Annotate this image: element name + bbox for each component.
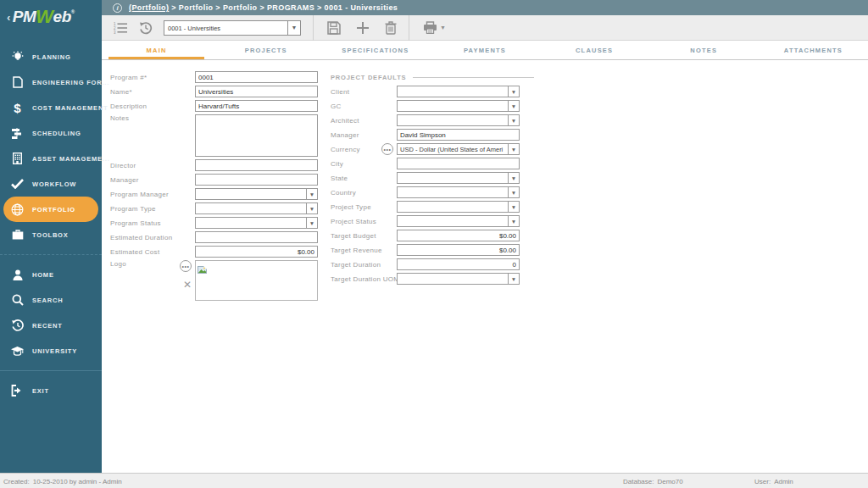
record-selector-dropdown[interactable]: 0001 - Universities ▼ (164, 20, 301, 36)
sidebar-collapse-icon[interactable]: ‹ (7, 11, 10, 24)
chevron-down-icon[interactable]: ▼ (306, 189, 317, 199)
chevron-down-icon[interactable]: ▼ (306, 218, 317, 228)
target-duration-field[interactable] (397, 258, 520, 270)
program-type-dropdown[interactable]: ▼ (195, 202, 318, 214)
chevron-down-icon[interactable]: ▼ (287, 21, 300, 35)
state-label: State (331, 175, 397, 182)
person-icon (10, 268, 25, 282)
tab-projects[interactable]: PROJECTS (211, 41, 320, 59)
globe-icon (10, 202, 25, 217)
sidebar-item-home[interactable]: HOME (0, 262, 102, 287)
tab-main[interactable]: MAIN (102, 41, 211, 59)
tab-payments[interactable]: PAYMENTS (430, 41, 539, 59)
project-type-dropdown[interactable]: ▼ (397, 201, 520, 213)
estimated-duration-field[interactable] (195, 231, 318, 243)
document-icon (10, 75, 25, 90)
created-value: 10-25-2010 by admin - Admin (33, 478, 122, 485)
breadcrumb-path: > Portfolio > Portfolio > PROGRAMS > 000… (169, 3, 398, 12)
chevron-down-icon[interactable]: ▼ (508, 101, 519, 111)
chevron-down-icon[interactable]: ▼ (508, 187, 519, 197)
sidebar-item-planning[interactable]: PLANNING (0, 44, 102, 69)
print-button[interactable] (423, 21, 437, 34)
add-button[interactable] (356, 21, 370, 35)
sidebar-item-cost-management[interactable]: $ COST MANAGEMENT (0, 95, 102, 120)
sidebar-item-exit[interactable]: EXIT (0, 378, 102, 403)
state-value (398, 173, 508, 183)
logo-clear-x-icon[interactable]: ✕ (183, 280, 192, 290)
sidebar-nav-secondary: HOME SEARCH RECENT UNIVERSITY (0, 262, 102, 363)
sidebar-item-university[interactable]: UNIVERSITY (0, 338, 102, 363)
sidebar-item-label: RECENT (32, 322, 63, 330)
manager-field[interactable] (195, 174, 318, 186)
history-icon[interactable] (139, 21, 153, 35)
exit-icon (10, 384, 25, 398)
state-dropdown[interactable]: ▼ (397, 172, 520, 184)
print-options-caret-icon[interactable]: ▼ (440, 25, 446, 30)
sidebar-item-scheduling[interactable]: SCHEDULING (0, 120, 102, 146)
program-number-field[interactable] (195, 71, 318, 83)
broken-image-icon (198, 266, 207, 274)
checkmark-icon (10, 177, 25, 191)
tab-specifications[interactable]: SPECIFICATIONS (320, 41, 430, 59)
notes-label: Notes (110, 114, 195, 122)
sidebar-item-label: PLANNING (32, 53, 71, 61)
sidebar-item-engineering-forms[interactable]: ENGINEERING FOR... (0, 69, 102, 95)
target-budget-field[interactable] (397, 230, 520, 241)
country-dropdown[interactable]: ▼ (397, 186, 520, 198)
program-manager-value (196, 189, 306, 199)
sidebar-item-label: SCHEDULING (32, 130, 81, 137)
chevron-down-icon[interactable]: ▼ (306, 203, 317, 214)
sidebar-item-workflow[interactable]: WORKFLOW (0, 171, 102, 197)
save-button[interactable] (327, 21, 341, 35)
description-field[interactable] (195, 100, 318, 112)
program-number-label: Program #* (110, 74, 195, 81)
estimated-duration-label: Estimated Duration (110, 234, 195, 241)
sidebar-item-search[interactable]: SEARCH (0, 287, 102, 313)
director-field[interactable] (195, 159, 318, 171)
chevron-down-icon[interactable]: ▼ (508, 144, 519, 154)
delete-button[interactable] (385, 21, 397, 35)
pmweb-logo[interactable]: ‹PMWeb® (0, 0, 102, 34)
notes-field[interactable] (195, 114, 318, 157)
chevron-down-icon[interactable]: ▼ (508, 173, 519, 183)
logo-browse-ellipsis-button[interactable]: ••• (180, 260, 192, 272)
toolbar-divider (409, 15, 409, 41)
sidebar-item-portfolio[interactable]: PORTFOLIO (3, 197, 98, 222)
list-menu-icon[interactable]: 123 (114, 22, 127, 34)
logo-image-box[interactable] (195, 260, 318, 301)
tab-clauses[interactable]: CLAUSES (540, 41, 649, 59)
chevron-down-icon[interactable]: ▼ (508, 115, 519, 125)
svg-text:3: 3 (114, 30, 116, 34)
client-dropdown[interactable]: ▼ (397, 86, 520, 97)
estimated-cost-field[interactable] (195, 246, 318, 258)
logo-text-eb: eb (53, 8, 71, 26)
breadcrumb-portfolio-link[interactable]: (Portfolio) (129, 3, 169, 12)
default-manager-field[interactable] (397, 129, 520, 141)
program-status-dropdown[interactable]: ▼ (195, 217, 318, 229)
info-icon[interactable]: i (113, 3, 122, 13)
city-field[interactable] (397, 158, 520, 169)
history-icon (10, 319, 25, 333)
program-manager-dropdown[interactable]: ▼ (195, 188, 318, 200)
graduation-cap-icon (10, 344, 25, 358)
chevron-down-icon[interactable]: ▼ (508, 202, 519, 212)
chevron-down-icon[interactable]: ▼ (508, 274, 519, 284)
project-status-dropdown[interactable]: ▼ (397, 215, 520, 227)
gc-dropdown[interactable]: ▼ (397, 100, 520, 112)
target-revenue-field[interactable] (397, 244, 520, 256)
tab-attachments[interactable]: ATTACHMENTS (759, 41, 868, 59)
name-field[interactable] (195, 86, 318, 97)
sidebar-item-toolbox[interactable]: TOOLBOX (0, 222, 102, 247)
sidebar-item-recent[interactable]: RECENT (0, 313, 102, 338)
target-duration-uom-dropdown[interactable]: ▼ (397, 273, 520, 285)
sidebar-item-label: COST MANAGEMENT (32, 104, 108, 112)
tab-notes[interactable]: NOTES (649, 41, 759, 59)
currency-dropdown[interactable]: USD - Dollar (United States of Ameri ▼ (397, 143, 520, 155)
sidebar-item-asset-management[interactable]: ASSET MANAGEME... (0, 146, 102, 171)
currency-browse-ellipsis-button[interactable]: ••• (381, 143, 393, 155)
database-status: Database:Demo70 (623, 478, 683, 485)
form-right-column: PROJECT DEFAULTS Client ▼ GC ▼ (331, 71, 534, 303)
chevron-down-icon[interactable]: ▼ (508, 216, 519, 226)
chevron-down-icon[interactable]: ▼ (508, 86, 519, 97)
architect-dropdown[interactable]: ▼ (397, 114, 520, 126)
